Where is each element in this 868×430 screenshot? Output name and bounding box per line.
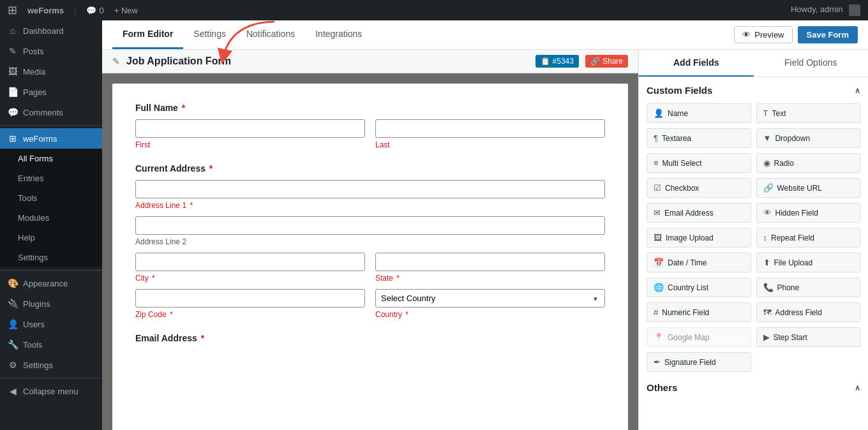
field-chip-step-start[interactable]: ▶ Step Start [756,327,861,347]
field-chip-website-url[interactable]: 🔗 Website URL [756,178,861,198]
field-chip-hidden-field[interactable]: 👁 Hidden Field [756,203,861,223]
sidebar-item-posts[interactable]: ✎ Posts [0,41,102,61]
sidebar-item-weforms[interactable]: ⊞ weForms [0,128,102,149]
form-title: Job Application Form [126,56,529,67]
last-name-input[interactable] [375,119,605,138]
signature-chip-icon: ✒ [654,357,661,367]
country-sublabel: Country * [375,310,605,319]
edit-icon: ✎ [112,56,120,66]
comment-count[interactable]: 💬 0 [86,6,103,15]
field-chip-text[interactable]: T Text [756,103,861,123]
tab-integrations[interactable]: Integrations [305,20,372,49]
field-chip-file-upload[interactable]: ⬆ File Upload [756,253,861,272]
editor-tabs-bar: Form Editor Settings Notifications Integ… [102,20,868,50]
city-sublabel: City * [135,274,365,283]
others-label: Others [647,382,677,393]
zip-sublabel: Zip Code * [135,310,365,319]
email-chip-icon: ✉ [654,208,661,218]
tab-notifications[interactable]: Notifications [236,20,305,49]
sidebar-item-settings-sub[interactable]: Settings [0,248,102,267]
required-star-email: * [201,333,204,343]
field-chip-signature[interactable]: ✒ Signature Field [647,352,751,372]
custom-fields-collapse-icon[interactable]: ∧ [855,86,860,95]
sidebar-item-entries[interactable]: Entries [0,168,102,188]
tab-settings[interactable]: Settings [183,20,236,49]
last-name-sublabel: Last [375,140,605,149]
tab-field-options[interactable]: Field Options [754,50,869,77]
tab-add-fields[interactable]: Add Fields [639,50,754,77]
city-input[interactable] [135,253,365,271]
first-name-col: First [135,119,365,149]
sidebar-item-appearance[interactable]: 🎨 Appearance [0,273,102,293]
field-chip-radio[interactable]: ◉ Radio [756,153,861,173]
wp-logo-icon: ⊞ [8,3,17,17]
sidebar-item-all-forms[interactable]: All Forms [0,149,102,168]
site-name-label: weForms [27,6,64,15]
country-col: Select Country Country * [375,289,605,319]
pages-icon: 📄 [8,87,18,97]
sidebar-item-tools[interactable]: Tools [0,188,102,208]
field-chip-phone[interactable]: 📞 Phone [756,278,861,297]
sidebar-item-users[interactable]: 👤 Users [0,314,102,334]
appearance-icon: 🎨 [8,278,18,288]
plugins-icon: 🔌 [8,299,18,309]
custom-fields-section-header: Custom Fields ∧ [647,85,860,96]
field-chip-multi-select[interactable]: ≡ Multi Select [647,153,751,173]
tab-form-editor[interactable]: Form Editor [112,20,183,49]
google-map-chip-icon: 📍 [654,332,664,342]
field-chip-dropdown[interactable]: ▼ Dropdown [756,128,861,148]
share-icon: 🔗 [590,57,600,66]
zip-input[interactable] [135,289,365,308]
form-canvas-wrapper: Full Name * First Last [102,73,638,430]
form-canvas: Full Name * First Last [112,84,628,430]
field-chip-textarea[interactable]: ¶ Textarea [647,128,751,148]
sidebar-collapse-menu[interactable]: ◀ Collapse menu [0,381,102,401]
field-chip-image-upload[interactable]: 🖼 Image Upload [647,228,751,248]
required-star-address: * [209,163,213,174]
field-chip-country-list[interactable]: 🌐 Country List [647,278,751,297]
multi-select-chip-icon: ≡ [654,158,659,168]
address-chip-icon: 🗺 [763,308,772,317]
state-input[interactable] [375,253,605,271]
media-icon: 🖼 [8,66,18,77]
sidebar-item-tools-main[interactable]: 🔧 Tools [0,334,102,355]
sidebar-item-media[interactable]: 🖼 Media [0,61,102,82]
weforms-icon: ⊞ [8,133,18,144]
repeat-chip-icon: ↕ [763,233,768,242]
country-select[interactable]: Select Country [375,289,605,308]
field-chip-email-address[interactable]: ✉ Email Address [647,203,751,223]
share-badge[interactable]: 🔗 Share [585,55,628,68]
addr-line1-input[interactable] [135,180,605,198]
sidebar-item-modules[interactable]: Modules [0,208,102,228]
zip-country-row: Zip Code * Select Country Country * [135,289,605,319]
field-group-email: Email Address * [135,333,605,343]
form-id-badge[interactable]: 📋 #5343 [535,55,579,68]
new-button[interactable]: + New [114,6,138,15]
addr-line2-input[interactable] [135,216,605,235]
dropdown-chip-icon: ▼ [763,133,772,143]
others-section-header: Others ∧ [647,382,860,393]
sidebar-item-settings[interactable]: ⚙ Settings [0,355,102,375]
save-form-button[interactable]: Save Form [798,26,858,43]
editor-actions: 👁 Preview Save Form [729,20,858,49]
others-collapse-icon[interactable]: ∧ [855,383,860,392]
sidebar-item-dashboard[interactable]: ⌂ Dashboard [0,20,102,41]
sidebar-item-comments[interactable]: 💬 Comments [0,102,102,122]
sidebar-item-pages[interactable]: 📄 Pages [0,82,102,102]
field-chip-checkbox[interactable]: ☑ Checkbox [647,178,751,198]
sidebar-item-help[interactable]: Help [0,228,102,248]
field-chip-address-field[interactable]: 🗺 Address Field [756,302,861,322]
state-sublabel: State * [375,274,605,283]
field-chip-numeric[interactable]: # Numeric Field [647,302,751,322]
city-col: City * [135,253,365,283]
address-label: Current Address * [135,163,605,174]
first-name-input[interactable] [135,119,365,138]
site-name[interactable]: weForms [27,6,64,15]
field-chip-repeat-field[interactable]: ↕ Repeat Field [756,228,861,248]
field-chip-date-time[interactable]: 📅 Date / Time [647,253,751,272]
field-chip-name[interactable]: 👤 Name [647,103,751,123]
preview-button[interactable]: 👁 Preview [734,26,792,43]
right-panel: Add Fields Field Options Custom Fields ∧… [638,50,868,430]
sidebar-item-plugins[interactable]: 🔌 Plugins [0,293,102,314]
posts-icon: ✎ [8,46,18,56]
